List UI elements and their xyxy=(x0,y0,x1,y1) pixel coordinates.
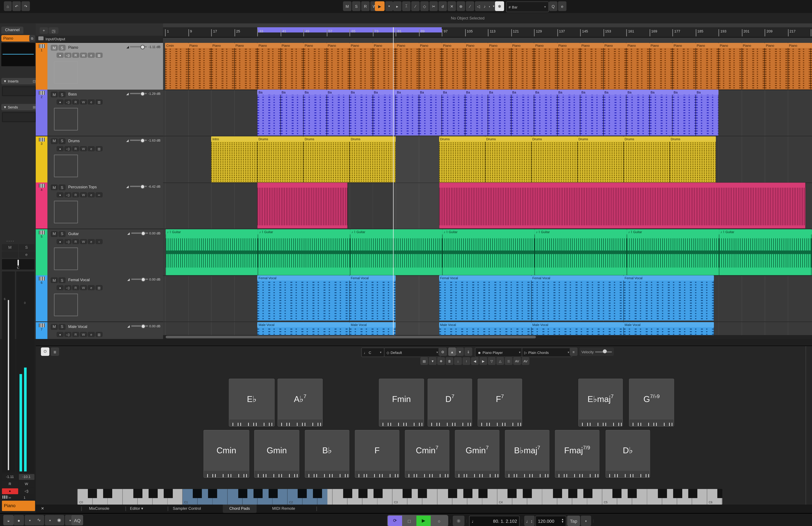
track-volume[interactable]: ◢-1.29 dB xyxy=(126,91,160,96)
pad-edit-button[interactable]: AV xyxy=(522,357,530,365)
tool-button[interactable]: ◇ xyxy=(420,1,429,11)
tool-button[interactable]: ⌶ xyxy=(402,1,410,11)
track-name[interactable]: Bass xyxy=(68,92,77,96)
tool-button[interactable]: ∕ xyxy=(466,1,474,11)
track-mute-button[interactable]: M xyxy=(51,138,58,144)
monitor-button[interactable]: ◁) xyxy=(64,146,71,151)
clip[interactable]: Piano xyxy=(811,43,812,90)
lower-zone-tab[interactable]: Chord Pads xyxy=(223,505,257,513)
track-row[interactable]: 2 M S Bass ◢-1.29 dB ● ◁) R W e ▥ xyxy=(36,90,163,136)
monitor-button[interactable]: ◁) xyxy=(64,99,71,104)
track-solo-button[interactable]: S xyxy=(58,185,66,190)
track-solo-button[interactable]: S xyxy=(58,45,66,50)
inserts-bypass-icon[interactable]: ⊡ xyxy=(33,78,36,84)
player-dropdown[interactable]: ☻ Piano Player▼ xyxy=(475,347,524,357)
clip[interactable]: Ba xyxy=(488,90,511,136)
edit-channel-button[interactable]: e xyxy=(88,239,95,244)
pad-edit-button[interactable]: ◀ xyxy=(471,357,479,365)
chord-pad[interactable]: E♭maj7 xyxy=(578,379,623,427)
monitor-button[interactable]: ◁) xyxy=(64,332,71,337)
read-automation-button[interactable]: R xyxy=(2,481,18,487)
clip[interactable]: Piano xyxy=(557,43,580,90)
clip[interactable]: Piano xyxy=(465,43,488,90)
tool-button[interactable]: ✂ xyxy=(430,1,438,11)
track-row[interactable]: 4 M S Percussion Tops ◢-6.42 dB ● ◁) R W… xyxy=(36,182,163,229)
pad-edit-button[interactable]: AV xyxy=(513,357,521,365)
chord-pad[interactable]: Fmaj7/9 xyxy=(555,430,599,478)
chord-pad[interactable]: B♭maj7 xyxy=(505,430,550,478)
clip[interactable]: Drums xyxy=(349,136,396,182)
clip[interactable]: Drums xyxy=(257,136,303,182)
track-volume[interactable]: ◢0.00 dB xyxy=(127,324,160,327)
track-row[interactable]: 6 M S Femal Vocal ◢0.00 dB ● ◁) R W e ▥ xyxy=(36,275,163,322)
track-color-strip[interactable]: 6 xyxy=(36,275,47,321)
clip[interactable]: Ba xyxy=(419,90,442,136)
track-volume[interactable]: ◢0.00 dB xyxy=(127,231,160,235)
cycle-button[interactable]: ⟳ xyxy=(388,516,402,526)
clip[interactable]: ♪ ⌇ Guitar xyxy=(350,229,443,275)
track-color-strip[interactable]: 7 xyxy=(36,322,47,339)
snap-type-icon[interactable]: ♪ xyxy=(480,1,489,11)
clip[interactable]: Femal Vocal xyxy=(257,275,349,321)
clip[interactable]: Ba xyxy=(465,90,488,136)
clip[interactable]: Piano xyxy=(396,43,419,90)
clip[interactable]: Piano xyxy=(580,43,603,90)
sends-section-header[interactable]: ▼ Sends⊞ xyxy=(1,104,37,111)
track-extra-icon[interactable]: ∞ xyxy=(96,192,103,198)
tool-button[interactable]: ☌ xyxy=(438,1,447,11)
clip[interactable]: Piano xyxy=(741,43,765,90)
tab-channel[interactable]: Channel xyxy=(1,27,24,34)
clip[interactable]: Piano xyxy=(211,43,234,90)
chord-pad[interactable]: B♭ xyxy=(305,430,349,478)
chord-pads-power-button[interactable]: ⏻ xyxy=(41,347,49,356)
clip[interactable]: Ba xyxy=(695,90,719,136)
clip[interactable]: ♪ ⌇ Guitar xyxy=(719,229,811,275)
clip[interactable]: Piano xyxy=(511,43,534,90)
clip[interactable]: Ba xyxy=(672,90,695,136)
clip[interactable]: Ba xyxy=(396,90,419,136)
clip[interactable]: ♪ ⌇ Guitar xyxy=(811,229,812,275)
clip[interactable]: Piano xyxy=(349,43,373,90)
chord-pad[interactable]: A♭7 xyxy=(277,379,323,427)
keyboard-icon[interactable] xyxy=(3,496,8,499)
clip[interactable]: Piano xyxy=(534,43,557,90)
record-enable-button[interactable]: ● xyxy=(2,488,18,494)
player-mode-dropdown[interactable]: ▷ Plain Chords▼ xyxy=(522,347,572,357)
chord-pad[interactable]: F xyxy=(355,430,400,478)
horizontal-scrollbar[interactable] xyxy=(163,335,812,339)
clip[interactable]: Piano xyxy=(626,43,649,90)
track-mute-button[interactable]: M xyxy=(51,185,58,190)
record-enable-button[interactable]: ● xyxy=(57,192,64,198)
clip[interactable]: Piano xyxy=(257,43,280,90)
edit-channel-button[interactable]: e xyxy=(88,146,95,151)
time-display-icon[interactable]: ◒ xyxy=(3,515,14,525)
preset-down-icon[interactable]: ▼ xyxy=(456,347,464,356)
solo-all-button[interactable]: S xyxy=(352,1,361,11)
tool-button[interactable]: ⊕ xyxy=(457,1,465,11)
clip[interactable]: Drums xyxy=(531,136,577,182)
track-name-tag[interactable]: Piano xyxy=(2,501,35,511)
audio-activity-icon[interactable]: ∿ xyxy=(34,515,44,525)
pad-edit-button[interactable]: ✥ xyxy=(437,357,445,365)
horizontal-scroll-handle[interactable] xyxy=(166,336,536,338)
velocity-slider[interactable]: Velocity xyxy=(579,347,614,356)
track-solo-button[interactable]: S xyxy=(58,231,66,237)
clip[interactable]: ♪ ⌇ Guitar xyxy=(535,229,627,275)
clip[interactable]: ♪ ⌇ Guitar xyxy=(258,229,350,275)
track-color-strip[interactable]: 3 xyxy=(36,136,47,182)
track-volume[interactable]: ◢0.00 dB xyxy=(127,277,160,281)
autoscroll-button[interactable]: ▶ xyxy=(375,1,385,11)
quantize-button[interactable]: Q xyxy=(549,1,557,11)
track-extra-icon[interactable]: ○ xyxy=(96,239,103,244)
write-button[interactable]: W xyxy=(80,285,87,290)
clip[interactable] xyxy=(439,182,806,229)
pad-edit-button[interactable]: ↓ xyxy=(454,357,462,365)
monitor-button[interactable]: ◁) xyxy=(64,192,71,198)
record-enable-button[interactable]: ● xyxy=(57,239,64,244)
track-mute-button[interactable]: M xyxy=(51,231,58,237)
clip[interactable]: Drums xyxy=(485,136,531,182)
clip[interactable]: Drums xyxy=(577,136,623,182)
preroll-icon[interactable]: ◉ xyxy=(453,516,464,526)
position-display[interactable]: ♩ 80. 1. 2.102 xyxy=(469,515,520,526)
record-enable-button[interactable]: ● xyxy=(57,99,64,104)
